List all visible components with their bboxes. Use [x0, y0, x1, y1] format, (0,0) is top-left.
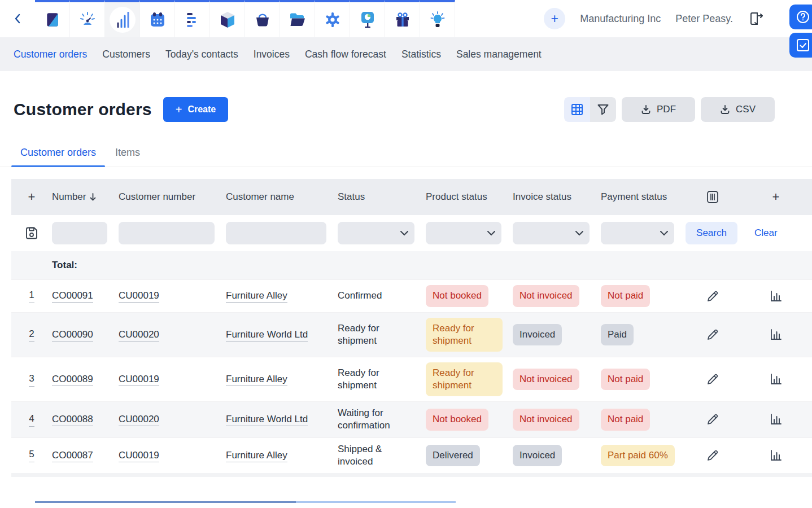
order-status-text: Shipped & invoiced — [338, 443, 426, 468]
row-stats-chart-icon[interactable] — [769, 327, 783, 342]
tab-customer-orders[interactable]: Customer orders — [11, 147, 105, 167]
payment-status-badge: Part paid 60% — [601, 445, 675, 466]
row-index-link[interactable]: 4 — [29, 413, 34, 427]
invoice-status-filter-select[interactable] — [513, 222, 590, 244]
add-row-button[interactable]: + — [28, 189, 36, 205]
product-status-filter-select[interactable] — [426, 222, 501, 244]
app-tab-gear-settings-icon[interactable] — [315, 0, 350, 37]
save-filter-icon[interactable] — [24, 226, 39, 240]
customer-name-link[interactable]: Furniture World Ltd — [226, 414, 308, 426]
customer-number-link[interactable]: CU00020 — [119, 329, 159, 341]
app-tab-lightbulb-icon[interactable] — [420, 0, 455, 37]
app-tab-presentation-board-icon[interactable] — [350, 0, 385, 37]
customer-name-link[interactable]: Furniture Alley — [226, 450, 287, 462]
column-header-customer-name[interactable]: Customer name — [226, 185, 338, 208]
order-number-link[interactable]: CO00090 — [52, 329, 93, 341]
edit-pencil-icon[interactable] — [706, 449, 719, 462]
customer-number-link[interactable]: CU00019 — [119, 290, 159, 303]
app-icon-tabs — [35, 0, 455, 37]
tasks-check-button[interactable] — [789, 33, 812, 58]
row-index-link[interactable]: 5 — [29, 448, 34, 462]
product-status-badge: Not booked — [426, 285, 488, 306]
logout-icon[interactable] — [748, 11, 763, 27]
add-column-button[interactable]: + — [772, 189, 780, 205]
edit-pencil-icon[interactable] — [706, 328, 719, 341]
invoice-status-badge: Not invoiced — [513, 409, 579, 430]
search-button[interactable]: Search — [686, 222, 737, 244]
export-pdf-button[interactable]: PDF — [622, 97, 695, 122]
tab-items[interactable]: Items — [106, 147, 149, 167]
column-header-product-status[interactable]: Product status — [426, 185, 513, 208]
app-tab-calendar-icon[interactable] — [140, 0, 175, 37]
help-button[interactable] — [789, 5, 812, 29]
row-stats-chart-icon[interactable] — [769, 412, 783, 427]
order-status-text: Waiting for confirmation — [338, 407, 426, 432]
add-company-button[interactable]: + — [544, 8, 565, 29]
app-tab-folder-icon[interactable] — [280, 0, 315, 37]
nav-item-todays-contacts[interactable]: Today's contacts — [165, 49, 238, 60]
nav-item-customer-orders[interactable]: Customer orders — [14, 49, 87, 60]
product-status-badge: Not booked — [426, 409, 488, 430]
row-stats-chart-icon[interactable] — [769, 448, 783, 463]
nav-item-statistics[interactable]: Statistics — [401, 49, 441, 60]
table-view-icon[interactable] — [564, 97, 590, 122]
customer-number-link[interactable]: CU00019 — [119, 374, 159, 386]
order-number-link[interactable]: CO00091 — [52, 290, 93, 303]
columns-settings-icon[interactable] — [706, 190, 719, 204]
clear-button[interactable]: Clear — [740, 227, 778, 239]
page-title: Customer orders — [14, 100, 152, 119]
download-icon — [641, 104, 651, 115]
edit-pencil-icon[interactable] — [706, 373, 719, 386]
order-number-link[interactable]: CO00089 — [52, 374, 93, 386]
nav-item-cash-flow-forecast[interactable]: Cash flow forecast — [305, 49, 386, 60]
app-tab-basket-icon[interactable] — [245, 0, 280, 37]
payment-status-filter-select[interactable] — [601, 222, 674, 244]
nav-item-invoices[interactable]: Invoices — [254, 49, 290, 60]
payment-status-badge: Not paid — [601, 285, 650, 306]
status-filter-select[interactable] — [338, 222, 414, 244]
company-name[interactable]: Manufacturing Inc — [580, 13, 661, 25]
customer-name-filter-input[interactable] — [226, 222, 326, 244]
customer-number-filter-input[interactable] — [119, 222, 215, 244]
column-header-number[interactable]: Number — [52, 191, 108, 203]
filter-icon[interactable] — [590, 97, 616, 122]
chevron-down-icon — [660, 230, 669, 236]
row-index-link[interactable]: 3 — [29, 373, 34, 387]
column-header-customer-number[interactable]: Customer number — [119, 185, 226, 208]
export-csv-button[interactable]: CSV — [701, 97, 775, 122]
order-number-link[interactable]: CO00087 — [52, 450, 93, 462]
row-stats-chart-icon[interactable] — [769, 289, 783, 304]
number-header-label: Number — [52, 191, 86, 203]
nav-item-sales-management[interactable]: Sales management — [456, 49, 542, 60]
edit-pencil-icon[interactable] — [706, 413, 719, 426]
app-tab-gift-icon[interactable] — [385, 0, 420, 37]
row-index-link[interactable]: 1 — [29, 289, 34, 303]
column-header-payment-status[interactable]: Payment status — [601, 185, 686, 208]
create-button[interactable]: + Create — [163, 97, 229, 122]
payment-status-badge: Not paid — [601, 409, 650, 430]
app-tab-gantt-tasks-icon[interactable] — [175, 0, 210, 37]
customer-name-link[interactable]: Furniture World Ltd — [226, 329, 308, 341]
app-tab-cube-product-icon[interactable] — [210, 0, 245, 37]
edit-pencil-icon[interactable] — [706, 290, 719, 303]
table-toolbar: PDF CSV — [564, 97, 775, 122]
product-status-badge: Ready for shipment — [426, 318, 503, 352]
payment-status-badge: Paid — [601, 324, 634, 345]
customer-number-link[interactable]: CU00020 — [119, 414, 159, 426]
customer-name-link[interactable]: Furniture Alley — [226, 374, 287, 386]
app-tab-bar-chart-icon[interactable] — [105, 0, 140, 37]
user-name[interactable]: Peter Peasy. — [675, 13, 733, 25]
app-tab-notebook-logo-icon[interactable] — [35, 0, 70, 37]
table-row: 1 CO00091 CU00019 Furniture Alley Confir… — [11, 279, 812, 312]
column-header-invoice-status[interactable]: Invoice status — [513, 185, 601, 208]
row-stats-chart-icon[interactable] — [769, 372, 783, 387]
app-tab-gauge-dashboard-icon[interactable] — [70, 0, 105, 37]
row-index-link[interactable]: 2 — [29, 328, 34, 342]
nav-item-customers[interactable]: Customers — [102, 49, 150, 60]
order-number-link[interactable]: CO00088 — [52, 414, 93, 426]
number-filter-input[interactable] — [52, 222, 107, 244]
customer-name-link[interactable]: Furniture Alley — [226, 290, 287, 303]
back-chevron-icon[interactable] — [0, 0, 35, 37]
column-header-status[interactable]: Status — [338, 185, 426, 208]
customer-number-link[interactable]: CU00019 — [119, 450, 159, 462]
